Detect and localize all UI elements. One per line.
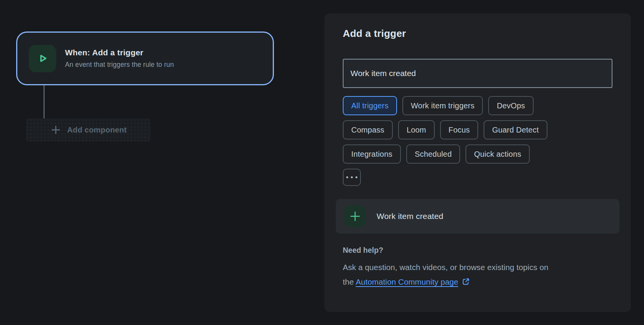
filter-chip-loom[interactable]: Loom — [398, 120, 435, 139]
filter-chip-scheduled[interactable]: Scheduled — [406, 144, 460, 164]
help-text-line1: Ask a question, watch videos, or browse … — [343, 263, 549, 272]
trigger-search-input[interactable] — [343, 59, 612, 88]
trigger-result-work-item-created[interactable]: Work item created — [336, 199, 619, 234]
add-trigger-plus-icon — [344, 205, 366, 227]
plus-icon — [50, 124, 62, 136]
add-trigger-panel: Add a trigger All triggers Work item tri… — [324, 13, 631, 312]
connector-line — [43, 85, 45, 118]
panel-title: Add a trigger — [343, 27, 612, 40]
need-help-heading: Need help? — [343, 246, 612, 255]
play-icon — [29, 45, 56, 72]
filter-chip-all-triggers[interactable]: All triggers — [343, 96, 397, 115]
more-filters-button[interactable] — [343, 169, 361, 186]
filter-chip-focus[interactable]: Focus — [440, 120, 478, 139]
filter-chip-compass[interactable]: Compass — [343, 120, 393, 139]
ellipsis-icon — [346, 176, 357, 178]
filter-chip-integrations[interactable]: Integrations — [343, 144, 401, 164]
trigger-result-label: Work item created — [377, 212, 443, 221]
add-component-button[interactable]: Add component — [26, 118, 151, 141]
filter-chips: All triggers Work item triggers DevOps C… — [343, 96, 612, 164]
trigger-node-subtitle: An event that triggers the rule to run — [65, 61, 174, 69]
filter-chip-guard-detect[interactable]: Guard Detect — [484, 120, 547, 139]
trigger-node-text: When: Add a trigger An event that trigge… — [65, 48, 174, 69]
filter-chip-row: Compass Loom Focus Guard Detect — [343, 120, 612, 139]
help-text: Ask a question, watch videos, or browse … — [343, 260, 612, 290]
automation-community-link[interactable]: Automation Community page — [355, 277, 458, 286]
external-link-icon — [462, 276, 470, 290]
filter-chip-devops[interactable]: DevOps — [488, 96, 533, 115]
filter-chip-quick-actions[interactable]: Quick actions — [465, 144, 530, 164]
trigger-node-title: When: Add a trigger — [65, 48, 174, 57]
filter-chip-row: Integrations Scheduled Quick actions — [343, 144, 612, 164]
filter-chip-row: All triggers Work item triggers DevOps — [343, 96, 612, 115]
help-text-line2-prefix: the — [343, 277, 354, 286]
filter-chip-work-item-triggers[interactable]: Work item triggers — [402, 96, 483, 115]
trigger-node[interactable]: When: Add a trigger An event that trigge… — [16, 32, 274, 85]
add-component-label: Add component — [67, 126, 127, 134]
